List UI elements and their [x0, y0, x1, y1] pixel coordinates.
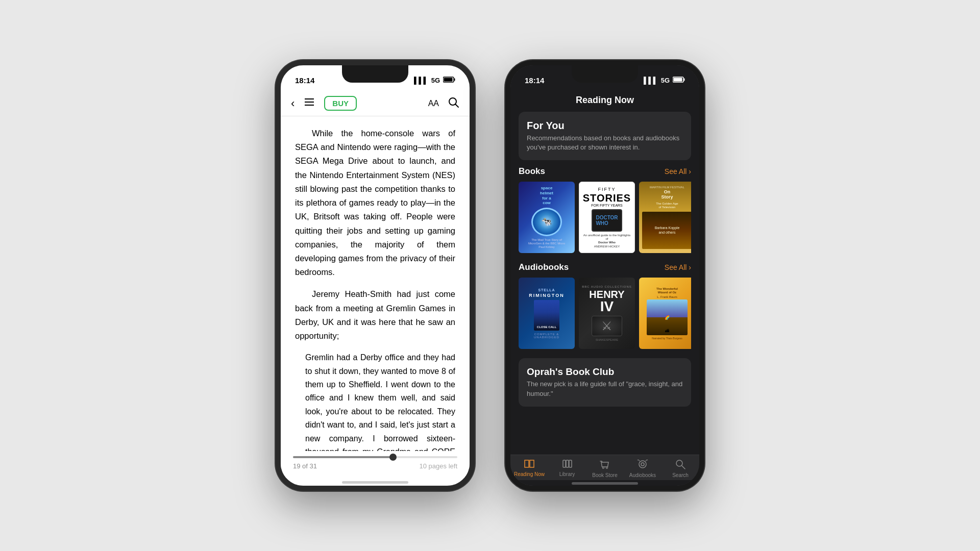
for-you-title: For You	[527, 120, 683, 132]
book-store-tab-label: Book Store	[592, 472, 617, 478]
reading-now-tab-icon	[524, 459, 535, 470]
audiobook-cover-henry[interactable]: BBC AUDIO COLLECTIONS HENRY IV ⚔ SHAKESP…	[579, 278, 635, 349]
audiobook-cover-stella[interactable]: STELLA RIMINGTON CLOSE CALL COMPLETE & U…	[519, 278, 575, 349]
ebook-reader-phone: 18:14 ▌▌▌ 5G ‹	[276, 60, 475, 491]
toolbar-left: ‹ BUY	[291, 96, 357, 111]
current-page: 19 of 31	[293, 462, 317, 470]
tab-reading-now[interactable]: Reading Now	[510, 459, 548, 478]
svg-point-18	[676, 460, 682, 466]
reading-now-screen: Reading Now For You Recommendations base…	[510, 91, 699, 486]
oprah-title: Oprah's Book Club	[527, 366, 683, 378]
reader-toolbar: ‹ BUY AA	[281, 91, 470, 116]
tab-book-store[interactable]: Book Store	[586, 459, 624, 478]
network-icon-right: 5G	[661, 77, 670, 84]
progress-labels: 19 of 31 10 pages left	[293, 462, 457, 470]
battery-icon-right	[673, 77, 685, 84]
oprah-section: Oprah's Book Club The new pick is a life…	[519, 358, 691, 406]
font-button[interactable]: AA	[428, 99, 439, 108]
audiobooks-subsection: Audiobooks See All › STELLA RIMINGTON	[510, 262, 699, 353]
paragraph-2: Jeremy Heath-Smith had just come back fr…	[295, 287, 455, 343]
tab-bar: Reading Now Library	[510, 455, 699, 480]
oprah-desc: The new pick is a life guide full of "gr…	[527, 380, 683, 398]
reading-now-scroll[interactable]: For You Recommendations based on books a…	[510, 112, 699, 455]
progress-bar[interactable]	[293, 456, 457, 458]
books-subsection: Books See All › spacehelmetfor acow 🐄 Th…	[510, 166, 699, 257]
reading-now-header: Reading Now	[510, 91, 699, 112]
status-icons-right: ▌▌▌ 5G	[644, 77, 685, 84]
progress-fill	[293, 456, 393, 458]
status-icons-left: ▌▌▌ 5G	[414, 77, 455, 84]
home-indicator-right	[572, 482, 638, 485]
for-you-section: For You Recommendations based on books a…	[519, 112, 691, 160]
tab-library[interactable]: Library	[548, 459, 586, 478]
book-cover-on-story[interactable]: MARTIN FILM FESTIVAL OnStory The Golden …	[639, 182, 691, 253]
svg-rect-9	[684, 78, 685, 81]
for-you-desc: Recommendations based on books and audio…	[527, 134, 683, 152]
tab-search[interactable]: Search	[662, 459, 699, 478]
reading-now-title: Reading Now	[576, 95, 634, 105]
svg-rect-10	[674, 78, 682, 81]
blockquote: Gremlin had a Derby office and they had …	[305, 351, 455, 451]
book-cover-fifty-stories[interactable]: FIFTY STORIES FOR FIFTY YEARS DOCTORWHO …	[579, 182, 635, 253]
audiobooks-label: Audiobooks	[519, 262, 569, 272]
signal-icon-left: ▌▌▌	[414, 77, 428, 84]
search-button[interactable]	[448, 97, 459, 110]
reader-screen: ‹ BUY AA	[281, 91, 470, 486]
reading-now-phone: 18:14 ▌▌▌ 5G Reading Now For You Recomme…	[505, 60, 704, 491]
svg-rect-2	[444, 78, 453, 81]
pages-left: 10 pages left	[420, 462, 457, 470]
time-left: 18:14	[295, 76, 314, 85]
audiobooks-header: Audiobooks See All ›	[519, 262, 691, 272]
toolbar-right: AA	[428, 97, 459, 110]
progress-thumb	[389, 454, 397, 461]
reader-bottom: 19 of 31 10 pages left	[281, 451, 470, 478]
audiobooks-see-all[interactable]: See All ›	[665, 263, 691, 271]
notch-right	[572, 65, 638, 83]
signal-icon-right: ▌▌▌	[644, 77, 658, 84]
reading-now-tab-label: Reading Now	[514, 471, 545, 477]
time-right: 18:14	[525, 76, 544, 85]
audiobooks-tab-label: Audiobooks	[629, 472, 656, 478]
tab-audiobooks[interactable]: Audiobooks	[624, 459, 662, 478]
svg-point-16	[639, 461, 646, 468]
svg-rect-13	[569, 460, 572, 467]
svg-rect-12	[566, 460, 569, 467]
svg-line-19	[682, 466, 685, 469]
audiobooks-tab-icon	[637, 459, 648, 471]
toc-button[interactable]	[304, 97, 315, 109]
battery-icon-left	[443, 77, 455, 84]
library-tab-label: Library	[559, 471, 575, 477]
notch	[342, 65, 408, 83]
paragraph-1: While the home-console wars of SEGA and …	[295, 127, 455, 279]
library-tab-icon	[561, 459, 573, 470]
search-tab-label: Search	[672, 472, 689, 478]
network-icon-left: 5G	[431, 77, 440, 84]
svg-point-14	[603, 467, 604, 469]
back-button[interactable]: ‹	[291, 97, 295, 110]
book-cover-space-helmet[interactable]: spacehelmetfor acow 🐄 The Mad True Story…	[519, 182, 575, 253]
buy-button[interactable]: BUY	[324, 96, 357, 111]
books-header: Books See All ›	[519, 166, 691, 177]
home-indicator-left	[342, 481, 408, 484]
chevron-right-icon: ›	[689, 167, 691, 176]
reader-content: While the home-console wars of SEGA and …	[281, 116, 470, 451]
audiobook-cover-wizard[interactable]: The WonderfulWizard of Oz L. Frank Baum …	[639, 278, 691, 349]
audiobooks-row: STELLA RIMINGTON CLOSE CALL COMPLETE & U…	[519, 278, 691, 349]
books-row: spacehelmetfor acow 🐄 The Mad True Story…	[519, 182, 691, 253]
book-store-tab-icon	[599, 459, 610, 471]
books-label: Books	[519, 166, 545, 177]
svg-point-17	[641, 463, 644, 466]
search-tab-icon	[675, 459, 685, 471]
books-see-all[interactable]: See All ›	[665, 167, 691, 176]
svg-rect-11	[563, 460, 566, 467]
svg-line-7	[456, 104, 459, 107]
svg-point-15	[606, 467, 608, 469]
svg-rect-1	[454, 78, 455, 81]
chevron-right-icon-2: ›	[689, 263, 691, 271]
